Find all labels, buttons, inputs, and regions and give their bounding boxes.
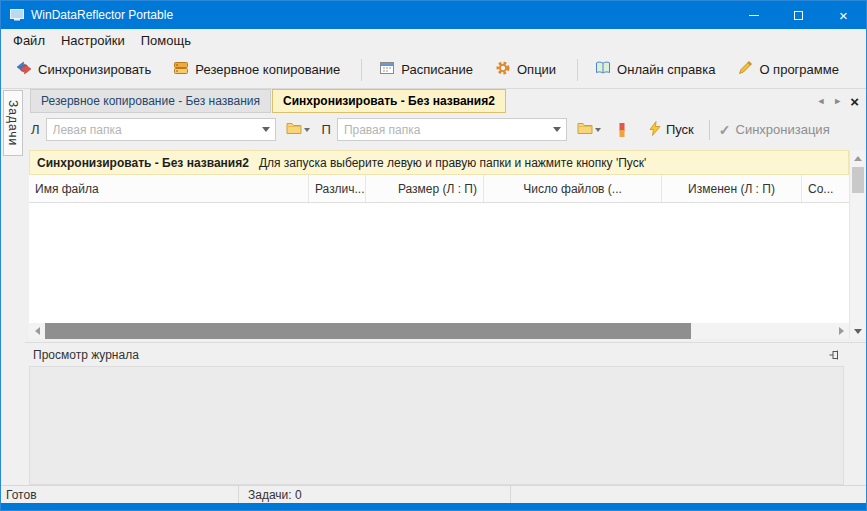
window-controls: × — [731, 1, 866, 29]
left-folder-input[interactable] — [47, 123, 257, 137]
content-area: Задачи Резервное копирование - Без назва… — [1, 89, 866, 485]
lightning-icon — [649, 121, 661, 139]
horizontal-scrollbar[interactable] — [29, 323, 849, 339]
folder-icon — [577, 121, 593, 138]
tab-scroll-right-icon[interactable]: ► — [829, 96, 846, 106]
journal-log-area — [29, 366, 844, 485]
options-button[interactable]: Опции — [486, 55, 565, 84]
info-bar: Синхронизировать - Без названия2 Для зап… — [29, 150, 849, 175]
pin-icon[interactable] — [826, 346, 844, 364]
journal-panel-header: Просмотр журнала — [25, 342, 866, 366]
help-book-icon — [595, 60, 611, 79]
right-folder-input[interactable] — [338, 123, 548, 137]
backup-icon — [173, 60, 189, 79]
tab-bar-spacer — [507, 89, 812, 113]
schedule-calendar-icon — [379, 60, 395, 79]
toolbar-separator — [361, 59, 362, 81]
tab-sync-task[interactable]: Синхронизировать - Без названия2 — [272, 89, 506, 113]
sidebar-tab-tasks[interactable]: Задачи — [3, 90, 23, 156]
info-task-name: Синхронизировать - Без названия2 — [37, 156, 249, 170]
scroll-up-icon[interactable] — [850, 150, 866, 166]
scroll-left-icon[interactable] — [29, 323, 45, 339]
titlebar: WinDataReflector Portable × — [1, 1, 866, 29]
menu-bar: Файл Настройки Помощь — [1, 29, 866, 51]
browse-right-folder-button[interactable] — [573, 119, 605, 140]
backup-button-label: Резервное копирование — [195, 62, 340, 77]
start-button[interactable]: Пуск — [643, 118, 700, 142]
tab-close-icon[interactable]: × — [846, 94, 866, 109]
folder-bar-separator — [709, 120, 710, 140]
scroll-right-icon[interactable] — [833, 323, 849, 339]
tab-backup-task[interactable]: Резервное копирование - Без названия — [30, 89, 271, 113]
chevron-down-icon — [304, 128, 310, 132]
app-window: WinDataReflector Portable × Файл Настрой… — [0, 0, 867, 511]
column-header-state[interactable]: Со... — [802, 175, 849, 202]
check-icon: ✓ — [719, 123, 731, 137]
backup-button[interactable]: Резервное копирование — [164, 55, 349, 84]
journal-title: Просмотр журнала — [33, 348, 139, 362]
menu-file[interactable]: Файл — [5, 31, 53, 50]
schedule-button-label: Расписание — [401, 62, 473, 77]
status-tasks-count: Задачи: 0 — [239, 486, 511, 503]
toolbar-separator — [577, 59, 578, 81]
column-header-difference[interactable]: Различ... — [309, 175, 366, 202]
close-button[interactable]: × — [821, 1, 866, 29]
main-panel: Резервное копирование - Без названия Син… — [25, 89, 866, 485]
maximize-button[interactable] — [776, 1, 821, 29]
menu-help[interactable]: Помощь — [133, 31, 199, 50]
about-pencil-icon — [737, 60, 753, 79]
app-icon — [9, 7, 25, 23]
column-header-filename[interactable]: Имя файла — [29, 175, 309, 202]
info-message: Для запуска выберите левую и правую папк… — [259, 156, 646, 170]
column-header-modified[interactable]: Изменен (Л : П) — [662, 175, 802, 202]
sync-arrows-icon — [16, 60, 32, 79]
vertical-scrollbar-thumb[interactable] — [852, 167, 864, 193]
maximize-icon — [794, 11, 803, 20]
file-list — [29, 203, 849, 323]
right-folder-combobox[interactable] — [337, 118, 567, 141]
about-button[interactable]: О программе — [728, 55, 848, 84]
chevron-down-icon[interactable] — [548, 119, 566, 140]
left-dock-strip: Задачи — [1, 89, 25, 485]
schedule-button[interactable]: Расписание — [370, 55, 482, 84]
left-folder-label: Л — [31, 122, 40, 137]
chevron-down-icon — [595, 128, 601, 132]
options-button-label: Опции — [517, 62, 556, 77]
left-folder-combobox[interactable] — [46, 118, 276, 141]
vertical-scrollbar[interactable] — [849, 150, 866, 339]
tab-scroll-left-icon[interactable]: ◄ — [812, 96, 829, 106]
horizontal-scrollbar-track[interactable] — [45, 323, 833, 339]
horizontal-scrollbar-thumb[interactable] — [45, 323, 691, 339]
gear-icon — [495, 60, 511, 79]
sync-mode-label: Синхронизация — [736, 122, 830, 137]
menu-settings[interactable]: Настройки — [53, 31, 133, 50]
start-button-label: Пуск — [666, 122, 694, 137]
toolbar: Синхронизировать Резервное копирование Р… — [1, 51, 866, 89]
online-help-button[interactable]: Онлайн справка — [586, 55, 724, 84]
right-folder-label: П — [322, 122, 331, 137]
column-header-filecount[interactable]: Число файлов (... — [484, 175, 662, 202]
synchronize-button[interactable]: Синхронизировать — [7, 55, 160, 84]
window-bottom-edge — [1, 503, 866, 510]
window-title: WinDataReflector Portable — [31, 8, 173, 22]
folder-selection-bar: Л П — [25, 113, 866, 146]
column-header-size[interactable]: Размер (Л : П) — [366, 175, 484, 202]
file-table-header: Имя файла Различ... Размер (Л : П) Число… — [29, 175, 849, 203]
synchronize-button-label: Синхронизировать — [38, 62, 151, 77]
online-help-button-label: Онлайн справка — [617, 62, 715, 77]
minimize-button[interactable] — [731, 1, 776, 29]
about-button-label: О программе — [759, 62, 839, 77]
sync-mode-selector[interactable]: ✓ Синхронизация — [719, 122, 830, 137]
folder-icon — [286, 121, 302, 138]
tab-bar: Резервное копирование - Без названия Син… — [25, 89, 866, 113]
bookmark-icon[interactable] — [615, 121, 629, 139]
status-bar: Готов Задачи: 0 — [1, 485, 866, 503]
chevron-down-icon[interactable] — [257, 119, 275, 140]
status-ready: Готов — [1, 486, 239, 503]
scroll-down-icon[interactable] — [850, 323, 866, 339]
browse-left-folder-button[interactable] — [282, 119, 314, 140]
minimize-icon — [749, 15, 759, 16]
